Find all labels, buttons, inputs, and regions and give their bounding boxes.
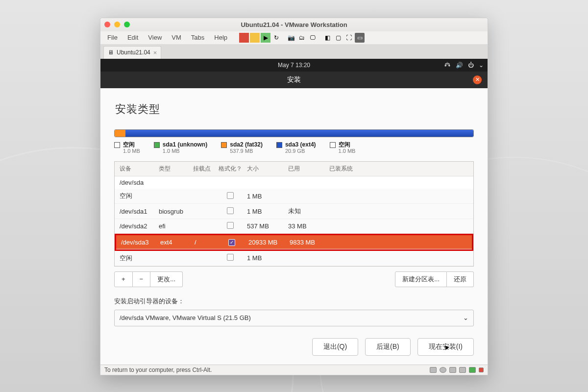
chevron-down-icon[interactable]: ⌄ bbox=[479, 62, 484, 69]
power-icon[interactable] bbox=[239, 33, 249, 43]
sound-icon[interactable] bbox=[469, 367, 476, 373]
menu-file[interactable]: File bbox=[103, 32, 122, 43]
menu-view[interactable]: View bbox=[144, 32, 166, 43]
legend-sda1: sda1 (unknown)1.0 MB bbox=[154, 141, 207, 155]
gnome-clock: May 7 13:20 bbox=[278, 62, 310, 69]
cell-format[interactable]: ✓ bbox=[217, 235, 246, 249]
vmware-menubar: File Edit View VM Tabs Help ▶ ↻ 📷 🗂 🖵 ◧ … bbox=[100, 31, 488, 45]
partition-table-header: 设备 类型 挂载点 格式化？ 大小 已用 已装系统 bbox=[115, 162, 473, 176]
unity-icon[interactable]: ◧ bbox=[322, 33, 332, 43]
table-row-selected[interactable]: /dev/sda3 ext4 / ✓ 20933 MB 9833 MB bbox=[116, 235, 472, 249]
partition-group-row[interactable]: /dev/sda bbox=[115, 176, 473, 189]
col-format[interactable]: 格式化？ bbox=[216, 162, 245, 176]
partition-segment-sda3[interactable] bbox=[125, 130, 473, 137]
revert-button[interactable]: 还原 bbox=[447, 271, 474, 287]
new-partition-table-button[interactable]: 新建分区表... bbox=[395, 271, 447, 287]
col-size[interactable]: 大小 bbox=[245, 162, 286, 176]
window-minimize-button[interactable] bbox=[114, 22, 120, 27]
snapshot-icon[interactable]: 📷 bbox=[286, 33, 296, 43]
cycle-icon[interactable]: ↻ bbox=[271, 33, 281, 43]
vmware-title: Ubuntu21.04 - VMware Workstation bbox=[100, 21, 488, 28]
vmware-toolbar: ▶ ↻ 📷 🗂 🖵 ◧ ▢ ⛶ ▭ bbox=[239, 33, 365, 43]
col-mount[interactable]: 挂载点 bbox=[191, 162, 216, 176]
col-system[interactable]: 已装系统 bbox=[327, 162, 473, 176]
printer-icon[interactable] bbox=[459, 367, 466, 373]
cell-size: 1 MB bbox=[245, 205, 286, 218]
table-row[interactable]: /dev/sda1 biosgrub 1 MB 未知 bbox=[115, 204, 473, 219]
partition-segment-sda2[interactable] bbox=[115, 130, 125, 137]
legend-swatch bbox=[276, 142, 282, 148]
cell-type: ext4 bbox=[158, 236, 193, 249]
vmware-statusbar: To return to your computer, press Ctrl-A… bbox=[100, 365, 488, 375]
pause-icon[interactable] bbox=[250, 33, 260, 43]
play-icon[interactable]: ▶ bbox=[261, 33, 270, 43]
fullscreen-icon[interactable]: ⛶ bbox=[344, 33, 354, 43]
menu-edit[interactable]: Edit bbox=[123, 32, 142, 43]
hdd-icon[interactable] bbox=[430, 367, 437, 373]
installer-close-button[interactable]: ✕ bbox=[473, 75, 482, 84]
remove-partition-button[interactable]: − bbox=[133, 271, 151, 287]
legend-swatch bbox=[330, 142, 336, 148]
cell-format[interactable] bbox=[216, 204, 245, 219]
partition-strip[interactable] bbox=[114, 129, 474, 137]
partition-legend: 空闲1.0 MB sda1 (unknown)1.0 MB sda2 (fat3… bbox=[114, 141, 474, 155]
menu-vm[interactable]: VM bbox=[168, 32, 185, 43]
cell-device: /dev/sda1 bbox=[115, 205, 157, 218]
vm-tab-close-icon[interactable]: × bbox=[153, 49, 157, 56]
mouse-cursor-icon: ➤ bbox=[443, 343, 451, 352]
table-row[interactable]: /dev/sda2 efi 537 MB 33 MB bbox=[115, 219, 473, 234]
vm-tab-icon: 🖥 bbox=[108, 49, 114, 56]
bootloader-select[interactable]: /dev/sda VMware, VMware Virtual S (21.5 … bbox=[114, 310, 474, 326]
cell-device: 空闲 bbox=[115, 251, 157, 266]
record-icon[interactable] bbox=[479, 368, 484, 372]
vmware-titlebar[interactable]: Ubuntu21.04 - VMware Workstation bbox=[100, 18, 488, 31]
vm-tab[interactable]: 🖥 Ubuntu21.04 × bbox=[103, 46, 161, 59]
install-now-button[interactable]: 现在安装(I) ➤ bbox=[417, 338, 474, 356]
quit-button[interactable]: 退出(Q) bbox=[312, 338, 358, 356]
legend-swatch bbox=[154, 142, 160, 148]
window-maximize-button[interactable] bbox=[124, 22, 130, 27]
cell-used: 33 MB bbox=[286, 220, 327, 233]
installer-header: 安装 ✕ bbox=[100, 72, 488, 88]
col-used[interactable]: 已用 bbox=[286, 162, 327, 176]
cell-device: /dev/sda2 bbox=[115, 220, 157, 233]
gnome-topbar[interactable]: May 7 13:20 🔊 ⏻ ⌄ bbox=[100, 59, 488, 72]
network-adapter-icon[interactable] bbox=[449, 367, 456, 373]
cell-format[interactable] bbox=[216, 251, 245, 265]
chevron-down-icon: ⌄ bbox=[463, 314, 468, 321]
legend-free-1: 空闲1.0 MB bbox=[114, 141, 140, 155]
cell-type: biosgrub bbox=[157, 205, 191, 218]
menu-tabs[interactable]: Tabs bbox=[187, 32, 208, 43]
vmware-window: Ubuntu21.04 - VMware Workstation File Ed… bbox=[100, 18, 488, 375]
cd-icon[interactable] bbox=[440, 367, 446, 373]
cell-format[interactable] bbox=[216, 219, 245, 233]
section-title: 安装类型 bbox=[115, 102, 474, 117]
screen-icon[interactable]: 🖵 bbox=[308, 33, 318, 43]
cell-format[interactable] bbox=[216, 189, 245, 203]
fullguest-icon[interactable]: ▭ bbox=[355, 33, 365, 43]
back-button[interactable]: 后退(B) bbox=[365, 338, 411, 356]
vmware-device-icons bbox=[430, 367, 484, 373]
add-partition-button[interactable]: + bbox=[114, 271, 133, 287]
menu-help[interactable]: Help bbox=[210, 32, 231, 43]
snapmgr-icon[interactable]: 🗂 bbox=[297, 33, 307, 43]
col-device[interactable]: 设备 bbox=[115, 162, 157, 176]
volume-icon[interactable]: 🔊 bbox=[456, 62, 463, 69]
bootloader-label: 安装启动引导器的设备： bbox=[114, 297, 474, 306]
cell-used bbox=[286, 255, 327, 261]
change-partition-button[interactable]: 更改... bbox=[150, 271, 183, 287]
highlighted-row-box: /dev/sda3 ext4 / ✓ 20933 MB 9833 MB bbox=[115, 234, 473, 251]
partition-table: 设备 类型 挂载点 格式化？ 大小 已用 已装系统 /dev/sda 空闲 1 … bbox=[114, 161, 474, 267]
vmware-tabbar: 🖥 Ubuntu21.04 × bbox=[100, 45, 488, 59]
power-menu-icon[interactable]: ⏻ bbox=[468, 62, 474, 69]
window-close-button[interactable] bbox=[104, 22, 110, 27]
cell-type: efi bbox=[157, 220, 191, 233]
installer-title: 安装 bbox=[287, 75, 301, 84]
partition-actions: + − 更改... 新建分区表... 还原 bbox=[114, 271, 474, 287]
legend-sda2: sda2 (fat32)537.9 MB bbox=[221, 141, 263, 155]
network-icon[interactable] bbox=[444, 61, 451, 69]
table-row[interactable]: 空闲 1 MB bbox=[115, 189, 473, 204]
thumb-icon[interactable]: ▢ bbox=[333, 33, 343, 43]
table-row[interactable]: 空闲 1 MB bbox=[115, 251, 473, 266]
col-type[interactable]: 类型 bbox=[157, 162, 191, 176]
